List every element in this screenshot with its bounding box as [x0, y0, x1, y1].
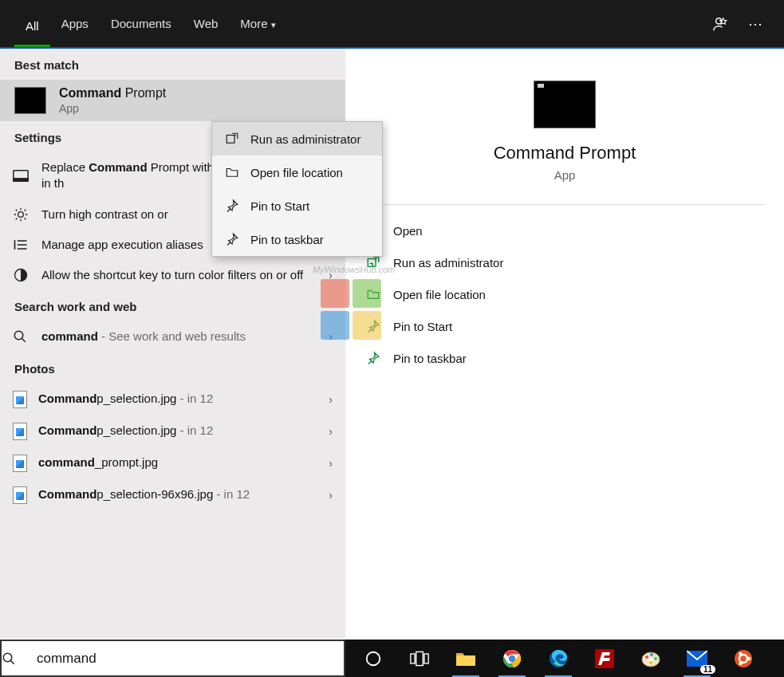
photo-result[interactable]: Commandp_selection-96x96.jpg - in 12 › [0, 479, 345, 511]
setting-color-filters-shortcut[interactable]: Allow the shortcut key to turn color fil… [0, 260, 345, 290]
photo-result[interactable]: Commandp_selection.jpg - in 12 › [0, 415, 345, 447]
more-options-icon[interactable]: ⋯ [741, 15, 770, 33]
list-icon [13, 238, 32, 252]
action-pin-to-taskbar[interactable]: Pin to taskbar [345, 342, 784, 374]
photo-label: Commandp_selection-96x96.jpg - in 12 [38, 486, 322, 502]
svg-point-22 [654, 657, 657, 660]
command-prompt-icon [14, 87, 46, 114]
search-box[interactable] [0, 640, 345, 677]
best-match-title: Command Prompt [59, 86, 166, 100]
tab-apps[interactable]: Apps [50, 0, 100, 47]
svg-point-24 [648, 658, 653, 661]
search-input[interactable] [37, 651, 344, 667]
taskbar-paint[interactable] [628, 640, 674, 677]
taskbar-chrome[interactable] [489, 640, 535, 677]
tab-documents[interactable]: Documents [100, 0, 183, 47]
chevron-right-icon: › [322, 330, 333, 343]
svg-point-3 [18, 211, 24, 217]
image-file-icon [13, 486, 27, 504]
ctx-pin-to-start[interactable]: Pin to Start [212, 189, 382, 222]
preview-app-icon [534, 81, 596, 128]
svg-rect-13 [424, 654, 428, 663]
folder-icon [223, 165, 241, 179]
best-match-subtitle: App [59, 102, 166, 115]
svg-point-30 [739, 661, 742, 664]
section-best-match: Best match [0, 49, 345, 80]
svg-point-20 [645, 655, 648, 659]
svg-rect-7 [368, 259, 376, 267]
svg-point-9 [3, 653, 12, 662]
taskbar-file-explorer[interactable] [443, 640, 489, 677]
photo-result[interactable]: command_prompt.jpg › [0, 447, 345, 479]
mail-badge: 11 [700, 665, 715, 674]
taskbar-edge[interactable] [535, 640, 581, 677]
search-icon [13, 329, 32, 344]
web-result-command[interactable]: command - See work and web results › [0, 321, 345, 352]
feedback-icon[interactable] [712, 15, 741, 33]
tab-web[interactable]: Web [183, 0, 230, 47]
svg-point-23 [649, 661, 652, 664]
action-label: Open file location [393, 288, 486, 301]
search-scope-tabs: All Apps Documents Web More▾ ⋯ [0, 0, 784, 47]
ctx-label: Pin to Start [250, 199, 309, 213]
svg-rect-12 [416, 651, 424, 665]
section-photos: Photos [0, 352, 345, 384]
photo-result[interactable]: Commandp_selection.jpg - in 12 › [0, 384, 345, 415]
pin-icon [364, 319, 382, 333]
action-label: Run as administrator [393, 256, 503, 270]
divider [364, 204, 765, 205]
ctx-label: Run as administrator [250, 132, 360, 146]
svg-point-5 [14, 332, 23, 340]
svg-point-28 [747, 656, 751, 659]
taskbar-taskview[interactable] [396, 640, 443, 677]
action-label: Pin to Start [393, 320, 452, 333]
section-search-web: Search work and web [0, 290, 345, 321]
color-filter-icon [13, 267, 32, 283]
brightness-icon [13, 207, 32, 222]
taskbar: 11 [345, 640, 784, 677]
preview-subtitle: App [345, 168, 784, 182]
chevron-right-icon: › [322, 393, 333, 406]
action-label: Pin to taskbar [393, 352, 467, 365]
taskbar-ubuntu[interactable] [720, 640, 766, 677]
ctx-open-file-location[interactable]: Open file location [212, 155, 382, 189]
taskbar-filezilla[interactable] [581, 640, 628, 677]
ctx-label: Pin to taskbar [250, 233, 324, 246]
action-open-file-location[interactable]: Open file location [345, 278, 784, 310]
image-file-icon [13, 391, 27, 408]
terminal-icon [13, 170, 32, 182]
image-file-icon [13, 423, 27, 440]
search-icon [2, 651, 37, 666]
svg-rect-2 [14, 179, 28, 181]
tab-more[interactable]: More▾ [229, 0, 286, 47]
svg-point-29 [739, 651, 742, 655]
result-command-prompt[interactable]: Command Prompt App [0, 80, 345, 121]
svg-rect-11 [411, 654, 415, 663]
action-open[interactable]: Open [345, 215, 784, 246]
ctx-run-as-admin[interactable]: Run as administrator [212, 122, 382, 155]
ctx-pin-to-taskbar[interactable]: Pin to taskbar [212, 222, 382, 256]
action-run-as-admin[interactable]: Run as administrator [345, 246, 784, 278]
admin-icon [223, 132, 241, 146]
action-label: Open [393, 224, 423, 238]
web-result-label: command - See work and web results [41, 329, 322, 344]
tab-all[interactable]: All [14, 0, 50, 47]
pin-icon [223, 199, 241, 213]
chevron-right-icon: › [322, 489, 333, 502]
admin-icon [364, 255, 382, 270]
action-pin-to-start[interactable]: Pin to Start [345, 310, 784, 342]
pin-icon [223, 232, 241, 246]
context-menu: Run as administrator Open file location … [211, 121, 383, 257]
chevron-right-icon: › [322, 457, 333, 470]
taskbar-mail[interactable]: 11 [674, 640, 720, 677]
image-file-icon [13, 455, 27, 472]
photo-label: Commandp_selection.jpg - in 12 [38, 391, 322, 407]
taskbar-cortana[interactable] [350, 640, 396, 677]
setting-label: Allow the shortcut key to turn color fil… [41, 267, 322, 283]
ctx-label: Open file location [250, 166, 343, 179]
folder-icon [364, 287, 382, 301]
svg-point-10 [367, 651, 380, 665]
svg-point-21 [650, 653, 653, 656]
chevron-down-icon: ▾ [271, 20, 276, 30]
photo-label: Commandp_selection.jpg - in 12 [38, 423, 322, 439]
